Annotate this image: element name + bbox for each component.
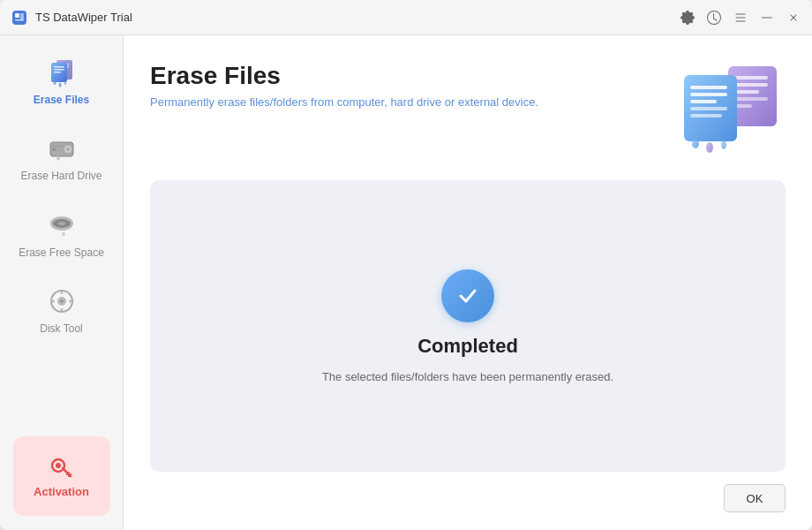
svg-point-28	[60, 299, 64, 303]
sidebar-item-erase-files[interactable]: Erase Files	[9, 44, 115, 117]
sidebar-label-disk-tool: Disk Tool	[40, 322, 82, 335]
svg-rect-3	[20, 13, 24, 19]
main-layout: Erase Files Erase Hard Dri	[0, 35, 812, 530]
menu-button[interactable]	[733, 10, 748, 26]
svg-rect-41	[690, 86, 727, 89]
svg-rect-9	[54, 66, 64, 68]
minimize-button[interactable]	[759, 10, 775, 26]
svg-rect-20	[52, 146, 63, 147]
ok-button[interactable]: OK	[724, 484, 786, 512]
content-area: Erase Files Permanently erase files/fold…	[124, 35, 812, 530]
svg-point-19	[52, 148, 55, 151]
svg-rect-0	[12, 11, 26, 25]
svg-rect-45	[690, 114, 722, 117]
svg-point-25	[62, 231, 65, 236]
svg-point-14	[64, 82, 65, 86]
activation-button[interactable]: Activation	[13, 436, 110, 516]
erase-files-icon	[44, 55, 79, 90]
app-window: TS DataWiper Trial	[0, 0, 812, 530]
svg-point-18	[66, 148, 70, 151]
activation-label: Activation	[34, 485, 89, 498]
svg-rect-10	[54, 69, 64, 71]
title-bar: TS DataWiper Trial	[0, 0, 812, 35]
svg-point-12	[53, 81, 56, 85]
window-title: TS DataWiper Trial	[35, 11, 680, 24]
header-illustration	[671, 62, 786, 159]
sidebar-label-erase-free-space: Erase Free Space	[19, 246, 104, 259]
svg-rect-1	[15, 13, 19, 18]
sidebar-label-erase-files: Erase Files	[34, 94, 89, 106]
svg-point-47	[706, 142, 713, 153]
sidebar-item-erase-free-space[interactable]: Erase Free Space	[9, 197, 115, 269]
sidebar-label-erase-hard-drive: Erase Hard Drive	[20, 170, 102, 182]
disk-tool-icon	[44, 284, 79, 319]
svg-point-48	[721, 140, 726, 149]
svg-rect-36	[734, 83, 768, 87]
svg-line-32	[67, 473, 69, 474]
app-icon	[11, 9, 28, 26]
key-icon	[49, 455, 74, 480]
content-header: Erase Files Permanently erase files/fold…	[150, 62, 786, 159]
ok-button-wrapper: OK	[150, 484, 786, 512]
svg-rect-37	[734, 90, 759, 94]
svg-rect-44	[690, 107, 727, 110]
svg-rect-2	[15, 19, 24, 21]
timer-button[interactable]	[706, 10, 722, 26]
window-controls	[680, 10, 801, 26]
close-button[interactable]	[786, 10, 801, 26]
check-circle	[441, 269, 494, 322]
settings-button[interactable]	[680, 10, 695, 26]
completed-subtitle: The selected files/folders have been per…	[322, 370, 613, 383]
page-title: Erase Files	[150, 62, 538, 90]
svg-rect-35	[734, 76, 768, 80]
erase-hard-drive-icon	[44, 131, 79, 166]
svg-point-46	[692, 140, 699, 148]
svg-rect-38	[734, 97, 768, 101]
svg-line-33	[69, 474, 71, 476]
sidebar: Erase Files Erase Hard Dri	[0, 35, 124, 530]
svg-rect-11	[54, 72, 61, 73]
sidebar-item-erase-hard-drive[interactable]: Erase Hard Drive	[9, 120, 115, 193]
page-subtitle: Permanently erase files/folders from com…	[150, 95, 538, 109]
erase-free-space-icon	[44, 208, 79, 243]
svg-point-24	[58, 222, 65, 225]
svg-point-21	[56, 156, 60, 161]
svg-rect-42	[690, 93, 727, 96]
svg-point-13	[58, 83, 61, 87]
header-text: Erase Files Permanently erase files/fold…	[150, 62, 538, 109]
completion-panel: Completed The selected files/folders hav…	[150, 180, 786, 472]
svg-rect-43	[690, 100, 717, 103]
svg-point-30	[56, 463, 61, 468]
completed-title: Completed	[417, 335, 518, 358]
sidebar-item-disk-tool[interactable]: Disk Tool	[9, 273, 115, 345]
